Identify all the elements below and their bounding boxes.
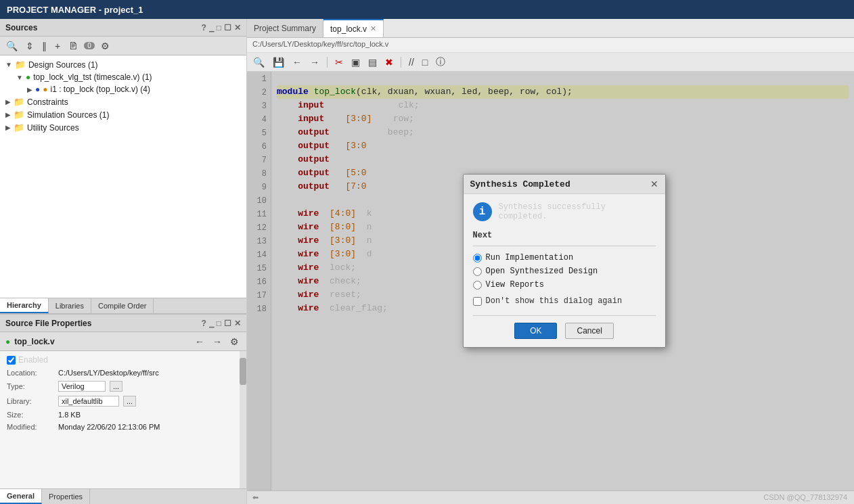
editor-tab-bar: Project Summary top_lock.v ✕ — [247, 19, 854, 38]
sources-title: Sources — [5, 23, 37, 32]
blue-dot-icon: ● — [35, 85, 40, 94]
close-icon[interactable]: ✕ — [234, 23, 241, 32]
project-summary-tab-label: Project Summary — [254, 24, 316, 33]
tab-hierarchy[interactable]: Hierarchy — [0, 298, 49, 313]
sfp-scrollbar[interactable] — [240, 351, 246, 488]
tree-item-simulation[interactable]: ▶ 📁 Simulation Sources (1) — [0, 108, 246, 121]
sources-badge: 0 — [84, 42, 95, 49]
sfp-settings-button[interactable]: ⚙ — [228, 336, 241, 348]
grid-toolbar-btn[interactable]: □ — [420, 56, 430, 68]
sep1 — [327, 57, 328, 68]
maximize-icon[interactable]: ☐ — [224, 23, 231, 32]
tab-properties[interactable]: Properties — [42, 489, 90, 504]
dialog-close-button[interactable]: ✕ — [650, 179, 658, 189]
size-value: 1.8 KB — [58, 411, 81, 419]
tree-item-i1-top-lock[interactable]: ▶ ● ● i1 : top_lock (top_lock.v) (4) — [0, 83, 246, 95]
scroll-indicator: ⬅ — [252, 493, 259, 502]
dialog-buttons: OK Cancel — [473, 315, 656, 339]
minimize-icon[interactable]: ⎯ — [209, 23, 214, 32]
type-ellipsis-button[interactable]: ... — [110, 381, 122, 392]
editor-path-bar: C:/Users/LY/Desktop/key/ff/src/top_lock.… — [247, 38, 854, 53]
sfp-close-icon[interactable]: ✕ — [234, 319, 241, 328]
sfp-scrollbar-thumb — [240, 358, 246, 385]
copy-toolbar-btn[interactable]: ▣ — [349, 56, 362, 68]
ok-button[interactable]: OK — [514, 323, 557, 339]
tree-item-design-sources[interactable]: ▼ 📁 Design Sources (1) — [0, 58, 246, 71]
chevron-right-icon: ▶ — [27, 86, 32, 93]
sfp-minimize-icon[interactable]: ⎯ — [209, 319, 214, 328]
search-toolbar-btn[interactable]: 🔍 — [251, 56, 267, 68]
utility-label: Utility Sources — [27, 123, 79, 133]
run-impl-label: Run Implementation — [486, 253, 574, 262]
enabled-checkbox[interactable] — [7, 356, 16, 365]
open-synth-label: Open Synthesized Design — [486, 267, 598, 276]
settings-button[interactable]: ⚙ — [99, 40, 112, 52]
sfp-size-row: Size: 1.8 KB — [7, 411, 233, 419]
cut-toolbar-btn[interactable]: ✂ — [333, 56, 345, 68]
sfp-filename: top_lock.v — [14, 337, 54, 346]
expand-button[interactable]: ∥ — [40, 40, 49, 52]
dialog-message: Synthesis successfully completed. — [499, 202, 656, 221]
sources-toolbar: 🔍 ⇕ ∥ + 🖹 0 ⚙ — [0, 37, 246, 55]
tree-item-top-lock-vlg[interactable]: ▼ ● top_lock_vlg_tst (timescale.v) (1) — [0, 71, 246, 83]
chevron-down-icon: ▼ — [5, 61, 12, 68]
delete-toolbar-btn[interactable]: ✖ — [383, 56, 395, 68]
sfp-restore-icon[interactable]: □ — [217, 319, 221, 328]
option-view-reports[interactable]: View Reports — [473, 280, 656, 290]
modified-label: Modified: — [7, 423, 54, 431]
paste-toolbar-btn[interactable]: ▤ — [366, 56, 379, 68]
tab-compile-order[interactable]: Compile Order — [91, 298, 154, 313]
sfp-location-row: Location: C:/Users/LY/Desktop/key/ff/src — [7, 369, 233, 377]
comment-toolbar-btn[interactable]: // — [407, 56, 416, 68]
enabled-label: Enabled — [18, 355, 48, 365]
dialog-info-row: i Synthesis successfully completed. — [473, 202, 656, 221]
file-button[interactable]: 🖹 — [66, 40, 80, 52]
library-input[interactable] — [58, 396, 119, 407]
sources-header-actions: ? ⎯ □ ☐ ✕ — [201, 23, 241, 32]
sfp-panel: Source File Properties ? ⎯ □ ☐ ✕ ● top_l… — [0, 315, 246, 504]
type-label: Type: — [7, 382, 54, 390]
library-label: Library: — [7, 397, 54, 405]
sfp-question-icon[interactable]: ? — [201, 319, 206, 328]
type-input[interactable] — [58, 381, 106, 392]
top-lock-close-icon[interactable]: ✕ — [370, 24, 376, 33]
sfp-title: Source File Properties — [5, 319, 91, 328]
tree-item-constraints[interactable]: ▶ 📁 Constraints — [0, 95, 246, 108]
radio-run-impl[interactable] — [473, 254, 482, 262]
redo-toolbar-btn[interactable]: → — [308, 56, 321, 68]
restore-icon[interactable]: □ — [217, 23, 221, 32]
sfp-maximize-icon[interactable]: ☐ — [224, 319, 231, 328]
i1-label: i1 : top_lock (top_lock.v) (4) — [51, 85, 150, 94]
option-open-synthesized[interactable]: Open Synthesized Design — [473, 267, 656, 276]
green-dot-icon: ● — [26, 72, 30, 82]
cancel-button[interactable]: Cancel — [565, 323, 613, 339]
sfp-type-row: Type: ... — [7, 381, 233, 392]
radio-view-reports[interactable] — [473, 281, 482, 290]
tab-general[interactable]: General — [0, 489, 42, 504]
dont-show-label: Don't show this dialog again — [486, 296, 623, 306]
sfp-back-button[interactable]: ← — [193, 336, 206, 348]
sfp-file-bar: ● top_lock.v ← → ⚙ — [0, 332, 246, 351]
info-toolbar-btn[interactable]: ⓘ — [434, 55, 447, 69]
green-dot-file: ● — [5, 337, 10, 346]
sfp-forward-button[interactable]: → — [210, 336, 224, 348]
dialog-overlay: Synthesis Completed ✕ i Synthesis succes… — [247, 72, 854, 490]
search-button[interactable]: 🔍 — [4, 40, 20, 52]
tab-libraries[interactable]: Libraries — [49, 298, 91, 313]
dialog-title: Synthesis Completed — [470, 179, 570, 189]
chevron-down-icon-2: ▼ — [16, 74, 23, 81]
tab-top-lock-v[interactable]: top_lock.v ✕ — [323, 19, 384, 37]
question-icon[interactable]: ? — [201, 23, 206, 32]
dont-show-checkbox[interactable] — [473, 297, 482, 306]
library-ellipsis-button[interactable]: ... — [123, 396, 136, 407]
option-run-implementation[interactable]: Run Implementation — [473, 253, 656, 262]
collapse-all-button[interactable]: ⇕ — [24, 40, 36, 52]
undo-toolbar-btn[interactable]: ← — [290, 56, 304, 68]
tree-item-utility[interactable]: ▶ 📁 Utility Sources — [0, 121, 246, 134]
view-reports-label: View Reports — [486, 280, 544, 290]
dot-yellow-icon: ● — [43, 85, 47, 94]
radio-open-synth[interactable] — [473, 267, 482, 276]
tab-project-summary[interactable]: Project Summary — [247, 19, 323, 37]
save-toolbar-btn[interactable]: 💾 — [271, 56, 286, 68]
add-button[interactable]: + — [53, 40, 62, 52]
